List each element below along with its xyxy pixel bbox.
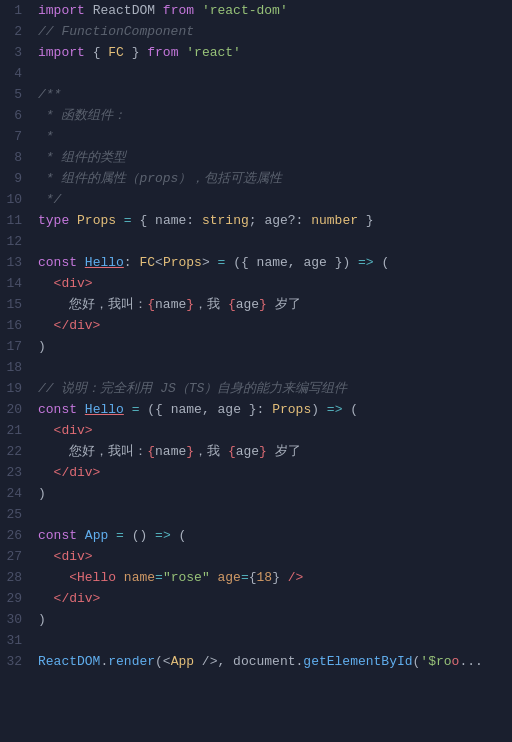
line-content: ) [32, 609, 512, 630]
code-line: 22 您好，我叫：{name}，我 {age} 岁了 [0, 441, 512, 462]
line-number: 5 [0, 84, 32, 105]
line-content: import ReactDOM from 'react-dom' [32, 0, 512, 21]
line-content: type Props = { name: string; age?: numbe… [32, 210, 512, 231]
line-number: 28 [0, 567, 32, 588]
code-line: 3import { FC } from 'react' [0, 42, 512, 63]
code-line: 14 <div> [0, 273, 512, 294]
code-line: 15 您好，我叫：{name}，我 {age} 岁了 [0, 294, 512, 315]
line-number: 16 [0, 315, 32, 336]
line-number: 22 [0, 441, 32, 462]
line-content: <div> [32, 546, 512, 567]
line-content: <div> [32, 273, 512, 294]
code-line: 27 <div> [0, 546, 512, 567]
code-line: 17) [0, 336, 512, 357]
line-number: 18 [0, 357, 32, 378]
line-number: 12 [0, 231, 32, 252]
code-line: 11type Props = { name: string; age?: num… [0, 210, 512, 231]
line-content: ) [32, 483, 512, 504]
line-content: // FunctionComponent [32, 21, 512, 42]
code-line: 10 */ [0, 189, 512, 210]
code-line: 5/** [0, 84, 512, 105]
line-content: * 函数组件： [32, 105, 512, 126]
line-content: <div> [32, 420, 512, 441]
code-line: 24) [0, 483, 512, 504]
code-line: 7 * [0, 126, 512, 147]
line-number: 9 [0, 168, 32, 189]
line-content: ReactDOM.render(<App />, document.getEle… [32, 651, 512, 672]
line-number: 6 [0, 105, 32, 126]
line-content: 您好，我叫：{name}，我 {age} 岁了 [32, 294, 512, 315]
line-content: 您好，我叫：{name}，我 {age} 岁了 [32, 441, 512, 462]
line-number: 8 [0, 147, 32, 168]
code-line: 20const Hello = ({ name, age }: Props) =… [0, 399, 512, 420]
line-number: 25 [0, 504, 32, 525]
line-content: import { FC } from 'react' [32, 42, 512, 63]
line-content: const App = () => ( [32, 525, 512, 546]
line-number: 31 [0, 630, 32, 651]
code-line: 29 </div> [0, 588, 512, 609]
line-content: </div> [32, 462, 512, 483]
line-content: /** [32, 84, 512, 105]
line-number: 19 [0, 378, 32, 399]
line-content: </div> [32, 315, 512, 336]
line-number: 32 [0, 651, 32, 672]
code-line: 21 <div> [0, 420, 512, 441]
line-number: 21 [0, 420, 32, 441]
line-number: 15 [0, 294, 32, 315]
line-content: <Hello name="rose" age={18} /> [32, 567, 512, 588]
line-content: * 组件的属性（props），包括可选属性 [32, 168, 512, 189]
code-line: 13const Hello: FC<Props> = ({ name, age … [0, 252, 512, 273]
code-line: 12 [0, 231, 512, 252]
code-line: 19// 说明：完全利用 JS（TS）自身的能力来编写组件 [0, 378, 512, 399]
code-line: 2// FunctionComponent [0, 21, 512, 42]
line-number: 10 [0, 189, 32, 210]
line-number: 24 [0, 483, 32, 504]
line-content: * [32, 126, 512, 147]
line-number: 26 [0, 525, 32, 546]
line-number: 3 [0, 42, 32, 63]
line-number: 27 [0, 546, 32, 567]
line-content: * 组件的类型 [32, 147, 512, 168]
code-line: 9 * 组件的属性（props），包括可选属性 [0, 168, 512, 189]
line-content: const Hello: FC<Props> = ({ name, age })… [32, 252, 512, 273]
code-line: 8 * 组件的类型 [0, 147, 512, 168]
code-editor: 1import ReactDOM from 'react-dom'2// Fun… [0, 0, 512, 742]
code-line: 32ReactDOM.render(<App />, document.getE… [0, 651, 512, 672]
code-line: 1import ReactDOM from 'react-dom' [0, 0, 512, 21]
code-line: 30) [0, 609, 512, 630]
code-line: 16 </div> [0, 315, 512, 336]
line-number: 2 [0, 21, 32, 42]
code-line: 4 [0, 63, 512, 84]
code-line: 6 * 函数组件： [0, 105, 512, 126]
code-line: 23 </div> [0, 462, 512, 483]
line-number: 29 [0, 588, 32, 609]
line-number: 7 [0, 126, 32, 147]
line-content: const Hello = ({ name, age }: Props) => … [32, 399, 512, 420]
code-line: 31 [0, 630, 512, 651]
code-line: 28 <Hello name="rose" age={18} /> [0, 567, 512, 588]
line-content: */ [32, 189, 512, 210]
line-content: ) [32, 336, 512, 357]
code-line: 26const App = () => ( [0, 525, 512, 546]
line-number: 13 [0, 252, 32, 273]
line-number: 20 [0, 399, 32, 420]
code-line: 25 [0, 504, 512, 525]
line-content: // 说明：完全利用 JS（TS）自身的能力来编写组件 [32, 378, 512, 399]
line-number: 17 [0, 336, 32, 357]
line-number: 4 [0, 63, 32, 84]
code-line: 18 [0, 357, 512, 378]
line-number: 23 [0, 462, 32, 483]
line-number: 1 [0, 0, 32, 21]
line-number: 14 [0, 273, 32, 294]
line-content: </div> [32, 588, 512, 609]
line-number: 11 [0, 210, 32, 231]
line-number: 30 [0, 609, 32, 630]
